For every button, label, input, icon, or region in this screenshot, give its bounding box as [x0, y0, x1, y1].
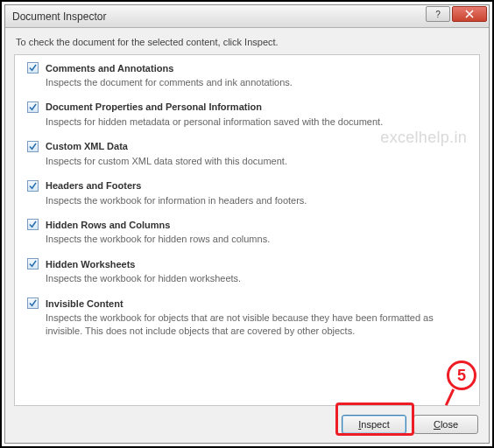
help-icon: ? — [435, 10, 441, 19]
inspection-checkbox[interactable] — [27, 141, 39, 152]
inspection-item-title: Headers and Footers — [46, 180, 141, 191]
inspection-checkbox[interactable] — [27, 258, 39, 270]
help-button[interactable]: ? — [426, 6, 450, 22]
close-label-hotkey: C — [434, 419, 441, 430]
inspection-item: Hidden WorksheetsInspects the workbook f… — [27, 258, 467, 285]
inspection-item-desc: Inspects for hidden metadata or personal… — [46, 116, 467, 129]
inspection-item-title: Hidden Worksheets — [46, 259, 136, 270]
inspection-item: Document Properties and Personal Informa… — [27, 102, 467, 129]
inspection-checkbox[interactable] — [27, 62, 39, 74]
inspection-checkbox[interactable] — [27, 102, 39, 113]
inspection-item-title: Comments and Annotations — [46, 63, 173, 74]
window-title: Document Inspector — [12, 10, 424, 23]
close-button[interactable]: Close — [413, 415, 478, 434]
inspection-item: Invisible ContentInspects the workbook f… — [27, 298, 467, 338]
inspection-item: Hidden Rows and ColumnsInspects the work… — [27, 219, 467, 246]
watermark: excelhelp.in — [380, 129, 467, 147]
inspection-checkbox[interactable] — [27, 180, 39, 192]
inspection-item-title: Invisible Content — [46, 298, 124, 309]
inspection-item-desc: Inspects the document for comments and i… — [46, 76, 467, 89]
inspection-item-desc: Inspects the workbook for hidden workshe… — [46, 272, 467, 285]
inspection-item-desc: Inspects for custom XML data stored with… — [46, 155, 467, 168]
button-row: Inspect Close — [5, 406, 489, 443]
inspection-item-desc: Inspects the workbook for hidden rows an… — [46, 233, 467, 246]
inspection-item-title: Custom XML Data — [46, 141, 128, 151]
close-label-rest: lose — [441, 419, 458, 430]
titlebar: Document Inspector ? — [5, 5, 489, 28]
inspection-item-desc: Inspects the workbook for information in… — [46, 194, 467, 207]
inspection-checkbox[interactable] — [27, 219, 39, 230]
inspection-item-title: Document Properties and Personal Informa… — [46, 102, 262, 112]
inspection-list: excelhelp.in Comments and AnnotationsIns… — [14, 54, 480, 406]
inspection-item-desc: Inspects the workbook for objects that a… — [46, 312, 467, 338]
window-close-button[interactable] — [452, 6, 487, 22]
inspection-item: Comments and AnnotationsInspects the doc… — [27, 62, 467, 89]
document-inspector-dialog: Document Inspector ? To check the docume… — [4, 4, 490, 444]
instruction-text: To check the document for the selected c… — [5, 28, 489, 54]
inspection-item: Headers and FootersInspects the workbook… — [27, 180, 467, 207]
close-icon — [465, 10, 474, 18]
inspect-button[interactable]: Inspect — [342, 415, 406, 434]
inspection-item-title: Hidden Rows and Columns — [46, 220, 170, 230]
inspect-label-rest: nspect — [361, 419, 389, 430]
inspection-checkbox[interactable] — [27, 298, 39, 309]
